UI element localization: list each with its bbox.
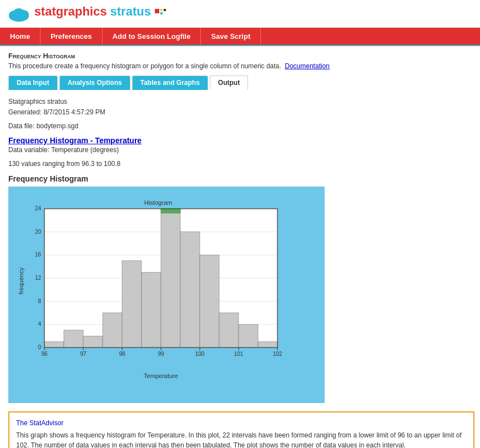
logo-boxes [153, 10, 166, 18]
svg-rect-44 [161, 209, 180, 213]
svg-text:0: 0 [38, 344, 41, 350]
logo-statgraphics: statgraphics [34, 4, 110, 18]
generated-date: Generated: 8/7/2015 4:57:29 PM [8, 107, 472, 118]
save-script-button[interactable]: Save Script [201, 28, 261, 45]
svg-rect-48 [239, 324, 258, 348]
analysis-block: Frequency Histogram - Temperature Data v… [8, 136, 472, 169]
values-range: 130 values ranging from 96.3 to 100.8 [8, 159, 472, 169]
svg-rect-46 [200, 255, 219, 348]
data-file-label: Data file: bodytemp.sgd [8, 122, 78, 130]
stat-advisor-text: This graph shows a frequency histogram f… [16, 430, 467, 449]
svg-text:99: 99 [158, 351, 164, 357]
data-variable: Data variable: Temperature (degrees) [8, 145, 472, 155]
navbar: Home Preferences Add to Session Logfile … [0, 28, 480, 46]
tab-data-input[interactable]: Data Input [8, 75, 58, 90]
svg-text:16: 16 [35, 251, 42, 258]
histogram-svg: Histogram frequency Temperature [17, 195, 300, 384]
svg-rect-49 [258, 341, 277, 347]
svg-text:97: 97 [80, 351, 87, 357]
tabs-container: Data Input Analysis Options Tables and G… [8, 75, 472, 90]
histogram-title: Histogram [144, 199, 172, 206]
svg-rect-5 [160, 9, 163, 11]
section-title: Frequency Histogram [8, 52, 472, 60]
app-name: Statgraphics stratus [8, 97, 472, 107]
content-area: Frequency Histogram This procedure creat… [0, 46, 480, 448]
tab-analysis-options[interactable]: Analysis Options [59, 75, 130, 90]
logo-stratus: stratus [110, 4, 151, 18]
logo: statgraphics stratus [7, 4, 166, 23]
data-file-info: Data file: bodytemp.sgd [8, 121, 472, 132]
svg-rect-47 [219, 313, 239, 348]
svg-text:102: 102 [273, 351, 282, 357]
stat-advisor-title: The StatAdvisor [16, 418, 467, 428]
y-axis-label: frequency [18, 267, 24, 294]
svg-text:8: 8 [38, 298, 41, 304]
stat-advisor-box: The StatAdvisor This graph shows a frequ… [8, 411, 474, 449]
documentation-link[interactable]: Documentation [285, 62, 330, 70]
svg-rect-37 [44, 341, 64, 347]
svg-rect-6 [160, 12, 163, 14]
svg-text:24: 24 [35, 205, 42, 212]
svg-text:20: 20 [35, 229, 42, 235]
chart-section: Frequency Histogram Histogram frequency … [8, 174, 472, 403]
tab-output[interactable]: Output [210, 75, 248, 90]
info-block: Statgraphics stratus Generated: 8/7/2015… [8, 97, 472, 118]
svg-rect-43 [161, 209, 180, 348]
chart-section-title: Frequency Histogram [8, 174, 472, 183]
svg-text:100: 100 [195, 351, 205, 357]
svg-text:96: 96 [41, 351, 48, 357]
x-axis-label: Temperature [144, 373, 178, 379]
svg-rect-42 [142, 272, 161, 347]
svg-text:4: 4 [38, 321, 41, 327]
svg-rect-4 [155, 9, 159, 13]
home-button[interactable]: Home [0, 28, 41, 45]
svg-text:12: 12 [35, 275, 42, 281]
analysis-title-link[interactable]: Frequency Histogram - Temperature [8, 136, 142, 145]
tab-tables-graphs[interactable]: Tables and Graphs [132, 75, 208, 90]
svg-rect-41 [122, 260, 142, 347]
chart-outer: Histogram frequency Temperature [8, 187, 325, 403]
svg-rect-38 [64, 330, 83, 347]
svg-text:101: 101 [234, 351, 244, 357]
description: This procedure create a frequency histog… [8, 62, 472, 70]
header: statgraphics stratus [0, 0, 480, 28]
svg-rect-7 [164, 9, 166, 11]
svg-rect-40 [103, 313, 122, 348]
svg-rect-39 [83, 336, 103, 348]
description-text: This procedure create a frequency histog… [8, 62, 281, 70]
preferences-button[interactable]: Preferences [41, 28, 102, 45]
svg-rect-45 [180, 231, 200, 347]
svg-point-3 [13, 8, 24, 17]
add-to-session-button[interactable]: Add to Session Logfile [103, 28, 201, 45]
svg-text:98: 98 [119, 351, 125, 357]
